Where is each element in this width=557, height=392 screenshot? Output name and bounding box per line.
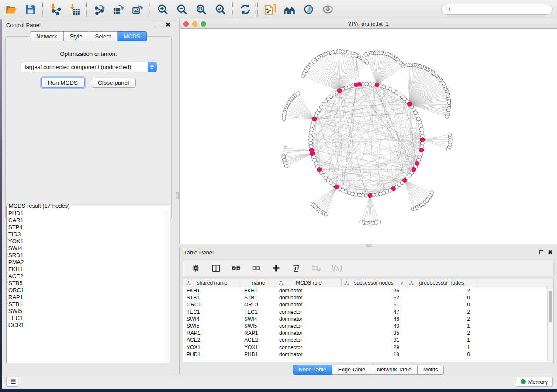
satellite-node[interactable]: [364, 53, 367, 56]
zoom-fit-icon[interactable]: [194, 3, 208, 16]
split-table-icon[interactable]: [211, 263, 221, 273]
export-image-icon[interactable]: [131, 3, 144, 16]
export-table-icon[interactable]: [112, 3, 125, 16]
table-row[interactable]: ACE2ACE2connector311: [183, 337, 553, 344]
ring-node[interactable]: [310, 127, 314, 131]
delete-table-icon[interactable]: [311, 263, 322, 273]
table-row[interactable]: STB1STB1dominator620: [183, 294, 553, 301]
tab-style[interactable]: Style: [64, 31, 89, 41]
memory-button[interactable]: Memory: [516, 377, 553, 387]
dominator-node[interactable]: [403, 178, 407, 182]
mcds-node-item[interactable]: SWI4: [8, 245, 164, 252]
select-all-icon[interactable]: [231, 263, 241, 273]
column-header-name[interactable]: name: [241, 279, 276, 287]
dominator-node[interactable]: [317, 168, 322, 172]
satellite-node[interactable]: [284, 151, 287, 155]
home-networks-icon[interactable]: [283, 3, 296, 16]
tab-network-table[interactable]: Network Table: [371, 365, 418, 375]
column-header-MCDS-role[interactable]: MCDS role: [276, 279, 342, 287]
satellite-node[interactable]: [324, 212, 328, 216]
run-mcds-button[interactable]: Run MCDS: [41, 78, 85, 88]
ring-node[interactable]: [311, 124, 315, 128]
scrollbar-thumb[interactable]: [549, 291, 552, 322]
dominator-node[interactable]: [420, 138, 425, 142]
table-row[interactable]: YOX1YOX1connector291: [183, 344, 553, 351]
tab-network[interactable]: Network: [30, 31, 64, 41]
float-panel-icon[interactable]: [539, 250, 543, 254]
mcds-result-scrollbar[interactable]: [164, 210, 169, 362]
table-settings-icon[interactable]: [190, 263, 201, 273]
dominator-node[interactable]: [375, 83, 379, 87]
mcds-node-item[interactable]: STP4: [8, 224, 164, 231]
table-row[interactable]: FKH1FKH1dominator962: [183, 287, 553, 294]
dominator-node[interactable]: [368, 193, 372, 198]
tab-motifs[interactable]: Motifs: [418, 365, 444, 375]
network-canvas[interactable]: [180, 29, 557, 244]
table-row[interactable]: SWI5SWI5connector431: [183, 323, 553, 330]
zoom-out-icon[interactable]: [175, 3, 188, 16]
mcds-node-item[interactable]: RAP1: [8, 294, 164, 301]
ring-node[interactable]: [361, 193, 365, 197]
ring-node[interactable]: [309, 138, 313, 142]
tab-edge-table[interactable]: Edge Table: [332, 365, 371, 375]
mcds-node-item[interactable]: SRD1: [8, 252, 164, 259]
mcds-node-item[interactable]: STB5: [8, 280, 164, 287]
satellite-node[interactable]: [301, 74, 305, 78]
mcds-node-item[interactable]: CAR1: [8, 217, 164, 224]
criterion-dropdown[interactable]: largest connected component (undirected): [21, 62, 157, 72]
import-network-icon[interactable]: [48, 3, 62, 16]
ring-node[interactable]: [309, 131, 313, 135]
column-header-predecessor-nodes[interactable]: predecessor nodes: [406, 279, 477, 287]
save-session-icon[interactable]: [24, 3, 37, 16]
mcds-node-item[interactable]: FKH1: [8, 266, 164, 273]
unselect-all-icon[interactable]: [251, 263, 261, 273]
satellite-node[interactable]: [406, 63, 409, 66]
tab-node-table[interactable]: Node Table: [293, 365, 332, 375]
dominator-node[interactable]: [408, 102, 412, 106]
mcds-node-item[interactable]: TEC1: [8, 315, 164, 322]
ring-node[interactable]: [309, 141, 313, 145]
ring-node[interactable]: [351, 192, 355, 196]
dominator-node[interactable]: [415, 161, 419, 165]
satellite-node[interactable]: [377, 220, 381, 224]
hide-glyph-icon[interactable]: [302, 3, 315, 16]
table-row[interactable]: TEC1TEC1connector472: [183, 309, 553, 316]
ring-node[interactable]: [354, 193, 358, 196]
export-network-icon[interactable]: [93, 3, 106, 16]
close-panel-icon[interactable]: ✖: [548, 250, 553, 254]
apply-layout-icon[interactable]: [239, 3, 252, 16]
show-eye-icon[interactable]: [321, 3, 334, 16]
zoom-in-icon[interactable]: [156, 3, 169, 16]
dominator-node[interactable]: [312, 117, 317, 121]
dominator-node[interactable]: [412, 168, 416, 172]
ring-node[interactable]: [365, 82, 369, 86]
task-history-button[interactable]: [6, 377, 18, 387]
open-session-icon[interactable]: [4, 3, 17, 16]
import-table-icon[interactable]: [68, 3, 81, 16]
dominator-node[interactable]: [337, 89, 342, 93]
mcds-node-item[interactable]: ORC1: [8, 287, 164, 294]
ring-node[interactable]: [358, 193, 362, 197]
dominator-node[interactable]: [309, 148, 314, 152]
close-panel-icon[interactable]: ✖: [166, 23, 170, 27]
ring-node[interactable]: [368, 82, 372, 86]
mcds-node-item[interactable]: STB1: [8, 301, 164, 308]
mcds-node-item[interactable]: PHD1: [8, 210, 164, 217]
table-row[interactable]: ORC1ORC1dominator610: [183, 301, 553, 308]
satellite-node[interactable]: [430, 191, 434, 194]
ring-node[interactable]: [309, 134, 313, 138]
mcds-node-item[interactable]: PMA2: [8, 259, 164, 266]
column-header-shared-name[interactable]: shared name: [183, 279, 241, 287]
mcds-node-item[interactable]: GCR1: [8, 322, 164, 329]
mcds-node-item[interactable]: YOX1: [8, 238, 164, 245]
tab-mcds[interactable]: MCDS: [118, 31, 147, 41]
dominator-node[interactable]: [334, 185, 339, 189]
zoom-selected-icon[interactable]: [214, 3, 227, 16]
table-row[interactable]: SWI4SWI4dominator462: [183, 316, 553, 323]
column-header-successor-nodes[interactable]: successor nodes∨: [342, 279, 406, 287]
close-panel-button[interactable]: Close panel: [91, 78, 136, 88]
mcds-node-item[interactable]: ACE2: [8, 273, 164, 280]
tab-select[interactable]: Select: [89, 31, 118, 41]
table-row[interactable]: PHD1PHD1dominator180: [183, 351, 553, 358]
ring-node[interactable]: [420, 131, 424, 135]
